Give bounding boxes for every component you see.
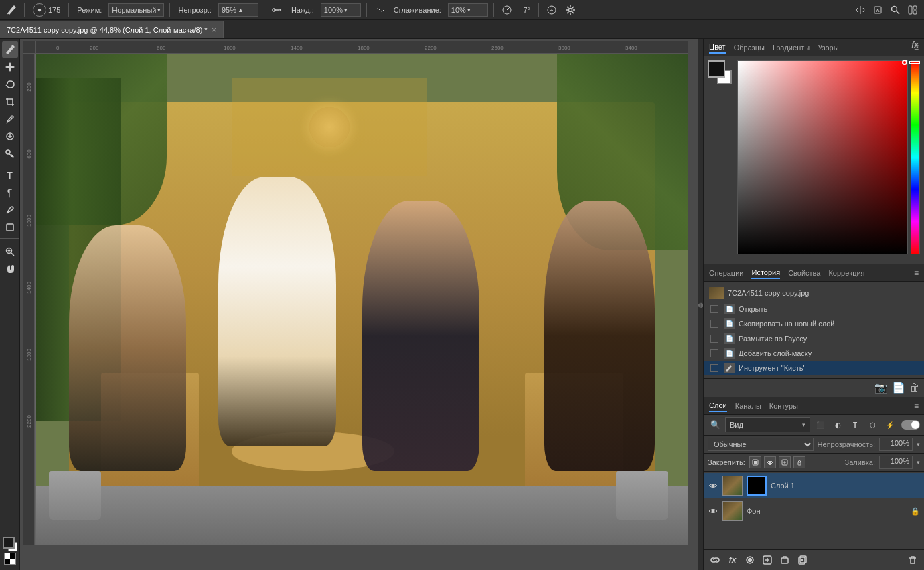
history-file-item[interactable]: 7C2A4511 copy copy.jpg bbox=[704, 284, 924, 302]
zoom-tool-btn[interactable] bbox=[2, 244, 18, 260]
history-item-1[interactable]: 📄 Открыть bbox=[704, 302, 924, 316]
layers-adjustment-btn[interactable] bbox=[760, 553, 775, 567]
canvas-image[interactable]: 0 200 600 1000 1400 1800 2200 2600 3000 … bbox=[23, 41, 688, 545]
foreground-color[interactable] bbox=[3, 537, 15, 549]
fill-value-display[interactable]: 100% bbox=[879, 456, 913, 469]
tab-patterns[interactable]: Узоры bbox=[818, 42, 838, 53]
eyedropper-tool-btn[interactable] bbox=[2, 111, 18, 127]
opacity-dropdown[interactable]: 95% ▲ bbox=[218, 3, 258, 17]
panel-collapse-handle[interactable]: ◀▶ bbox=[698, 39, 703, 570]
hue-slider[interactable] bbox=[911, 60, 920, 254]
history-new-snapshot-btn[interactable]: 📷 bbox=[874, 381, 888, 394]
settings-icon[interactable] bbox=[563, 3, 578, 17]
layers-delete-btn[interactable] bbox=[905, 553, 920, 567]
hardness-dropdown[interactable]: 100% ▾ bbox=[321, 3, 361, 17]
layers-mask-btn[interactable] bbox=[743, 553, 757, 567]
opacity-value-display[interactable]: 100% bbox=[879, 438, 913, 451]
pen-tool-btn[interactable] bbox=[2, 202, 18, 218]
lock-all-btn[interactable] bbox=[793, 456, 805, 468]
history-panel-menu[interactable]: ≡ bbox=[914, 268, 919, 278]
tab-operations[interactable]: Операции bbox=[709, 268, 743, 278]
airbrush-icon[interactable] bbox=[270, 3, 285, 17]
move-tool-btn[interactable] bbox=[2, 59, 18, 75]
layers-group-btn[interactable] bbox=[777, 553, 792, 567]
lock-artboard-btn[interactable] bbox=[779, 456, 791, 468]
tab-paths[interactable]: Контуры bbox=[769, 401, 798, 411]
layer-visibility-1[interactable] bbox=[708, 480, 718, 491]
tab-close-btn[interactable]: × bbox=[212, 25, 217, 35]
foreground-swatch[interactable] bbox=[708, 60, 725, 78]
para-tool-btn[interactable]: ¶ bbox=[2, 185, 18, 201]
flow-icon[interactable] bbox=[372, 3, 387, 17]
clone-tool-btn[interactable] bbox=[2, 146, 18, 162]
history-delete-btn[interactable]: 🗑 bbox=[909, 382, 920, 394]
history-label-1: Открыть bbox=[739, 305, 767, 313]
type-tool-btn[interactable]: T bbox=[2, 167, 18, 183]
svg-text:1400: 1400 bbox=[26, 282, 32, 294]
lasso-tool-btn[interactable] bbox=[2, 76, 18, 92]
fg-bg-colors[interactable] bbox=[3, 537, 17, 551]
history-item-3[interactable]: 📄 Размытие по Гауссу bbox=[704, 331, 924, 346]
brush-size-display[interactable]: ● 175 bbox=[30, 2, 63, 18]
layer-filter-pixel-icon[interactable]: ⬛ bbox=[813, 417, 828, 432]
canvas-photo-area[interactable] bbox=[36, 54, 688, 545]
layer-visibility-2[interactable] bbox=[708, 506, 718, 516]
brush-tool-btn[interactable] bbox=[2, 41, 18, 58]
layer-mask-thumb-1[interactable] bbox=[747, 476, 767, 496]
quick-mask-btn[interactable] bbox=[4, 553, 16, 565]
top-toolbar: ● 175 Режим: Нормальный Непрозр.: 95% ▲ … bbox=[0, 0, 924, 20]
search-icon[interactable] bbox=[888, 3, 903, 17]
layers-filter-label: Вид bbox=[730, 421, 743, 429]
layer-filter-shape-icon[interactable]: ⬡ bbox=[865, 417, 880, 432]
tab-channels[interactable]: Каналы bbox=[735, 401, 761, 411]
fx-button[interactable]: fx bbox=[911, 40, 919, 50]
layers-panel-menu[interactable]: ≡ bbox=[914, 401, 919, 411]
hand-tool-btn[interactable] bbox=[2, 261, 18, 277]
tablet-pressure-icon[interactable] bbox=[870, 3, 885, 17]
history-create-new-btn[interactable]: 📄 bbox=[892, 381, 905, 394]
history-item-4[interactable]: 📄 Добавить слой-маску bbox=[704, 346, 924, 361]
history-checkbox-3 bbox=[709, 335, 720, 343]
color-panel-tab-bar: Цвет Образцы Градиенты Узоры ≡ bbox=[704, 39, 924, 56]
tab-correction[interactable]: Коррекция bbox=[828, 268, 864, 278]
opacity-label: Непрозрачность: bbox=[818, 440, 875, 448]
tab-history[interactable]: История bbox=[751, 267, 780, 279]
mode-dropdown[interactable]: Нормальный bbox=[108, 3, 164, 17]
tab-samples[interactable]: Образцы bbox=[734, 42, 765, 53]
history-file-name: 7C2A4511 copy copy.jpg bbox=[728, 289, 810, 297]
layer-item-2[interactable]: Фон 🔒 bbox=[704, 498, 924, 524]
shape-tool-btn[interactable] bbox=[2, 219, 18, 235]
layer-item-1[interactable]: Слой 1 bbox=[704, 473, 924, 498]
layers-fx-btn[interactable]: fx bbox=[725, 553, 740, 567]
blend-mode-select[interactable]: Обычные bbox=[708, 438, 814, 451]
layer-filter-smart-icon[interactable]: ⚡ bbox=[882, 417, 897, 432]
svg-point-41 bbox=[749, 559, 752, 562]
layers-mode-row: Обычные Непрозрачность: 100% ▾ bbox=[704, 436, 924, 454]
layers-panel: Слои Каналы Контуры ≡ 🔍 Вид ▾ ⬛ ◐ T ⬡ ⚡ bbox=[704, 397, 924, 570]
history-label-5: Инструмент "Кисть" bbox=[739, 364, 805, 372]
layout-icon[interactable] bbox=[905, 3, 920, 17]
heal-tool-btn[interactable] bbox=[2, 128, 18, 145]
tab-gradients[interactable]: Градиенты bbox=[773, 42, 810, 53]
layers-new-layer-btn[interactable] bbox=[795, 553, 810, 567]
tab-layers[interactable]: Слои bbox=[709, 400, 727, 412]
layers-link-btn[interactable] bbox=[708, 553, 722, 567]
lock-pixel-btn[interactable] bbox=[749, 456, 761, 468]
layer-filter-toggle[interactable] bbox=[901, 420, 920, 430]
brush-tool-icon[interactable] bbox=[4, 3, 19, 17]
smoothing-icon[interactable] bbox=[544, 3, 559, 17]
layer-filter-adj-icon[interactable]: ◐ bbox=[830, 417, 845, 432]
flow-dropdown[interactable]: 10% ▾ bbox=[448, 3, 488, 17]
tab-color[interactable]: Цвет bbox=[709, 41, 726, 54]
active-tab[interactable]: 7C2A4511 copy copy.jpg @ 44,8% (Слой 1, … bbox=[0, 21, 224, 38]
layers-filter-input[interactable]: Вид ▾ bbox=[725, 417, 810, 432]
symmetric-icon[interactable] bbox=[853, 3, 868, 17]
history-item-2[interactable]: 📄 Скопировать на новый слой bbox=[704, 316, 924, 331]
lock-position-btn[interactable] bbox=[764, 456, 776, 468]
angle-icon[interactable] bbox=[499, 3, 514, 17]
history-item-5[interactable]: Инструмент "Кисть" bbox=[704, 361, 924, 375]
color-gradient-picker[interactable] bbox=[737, 60, 908, 254]
tab-properties[interactable]: Свойства bbox=[788, 268, 820, 278]
crop-tool-btn[interactable] bbox=[2, 94, 18, 110]
layer-filter-type-icon[interactable]: T bbox=[848, 417, 862, 432]
